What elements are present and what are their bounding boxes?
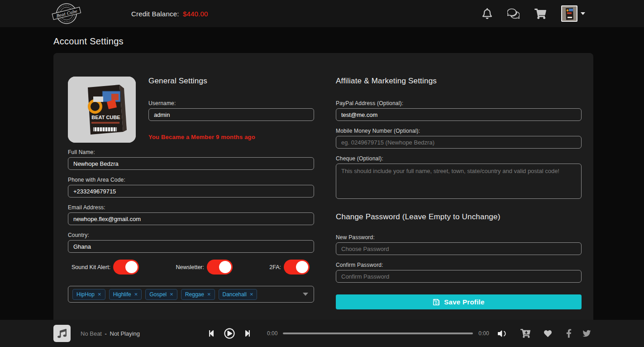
facebook-icon[interactable] [566,329,572,338]
elapsed-time: 0:00 [267,330,277,337]
new-password-input[interactable] [336,242,582,255]
2fa-label: 2FA: [269,264,281,270]
settings-card: BEAT CUBE General Settings Username: You… [53,53,593,324]
sound-kit-alert-toggle[interactable] [113,260,139,275]
genres-multiselect[interactable]: HipHop × Highlife × Gospel × Reggae × Da… [68,286,314,303]
confirm-password-input[interactable] [336,270,582,283]
genre-tag: HipHop × [72,289,105,300]
genre-tag: Dancehall × [219,289,258,300]
change-password-heading: Change Password (Leave Empty to Unchange… [336,212,582,222]
mobile-money-input[interactable] [336,136,582,149]
save-profile-button[interactable]: Save Profile [336,294,582,309]
affiliate-settings-heading: Affiliate & Marketing Settings [336,77,582,86]
genre-tag: Highlife × [109,289,142,300]
remove-genre-icon[interactable]: × [207,291,211,297]
user-avatar-menu[interactable] [561,5,585,22]
page-title: Account Settings [53,36,593,47]
remove-genre-icon[interactable]: × [134,291,138,297]
genres-dropdown-caret-icon[interactable] [303,293,308,296]
confirm-password-label: Confirm Password: [336,262,582,268]
general-settings-column: BEAT CUBE General Settings Username: You… [68,77,314,309]
cheque-textarea[interactable] [336,164,582,199]
music-note-icon [57,329,67,338]
full-name-input[interactable] [68,157,314,170]
profile-image[interactable]: BEAT CUBE [68,77,136,143]
phone-input[interactable] [68,185,314,198]
playback-controls [208,328,251,339]
track-separator: - [105,330,107,337]
messages-chat-icon[interactable] [507,8,520,19]
email-input[interactable] [68,212,314,225]
save-profile-label: Save Profile [444,298,484,306]
username-input[interactable] [148,108,314,121]
user-avatar[interactable] [561,5,577,22]
twitter-icon[interactable] [582,329,592,337]
new-password-label: New Password: [336,234,582,241]
newsletter-label: Newsletter: [176,264,204,270]
credit-balance: Credit Balance: $440.00 [131,10,208,18]
save-floppy-icon [433,299,440,306]
full-name-label: Full Name: [68,149,314,155]
track-title: No Beat [81,330,102,337]
cart-icon[interactable] [534,9,546,19]
notifications-bell-icon[interactable] [482,8,492,19]
genre-tag: Gospel × [145,289,177,300]
email-label: Email Address: [68,204,314,211]
beatcube-logo[interactable]: Beat Cube [51,2,82,25]
favorite-heart-icon[interactable] [544,330,552,337]
now-playing-text: No Beat - Not Playing [81,330,199,337]
paypal-label: PayPal Address (Optional): [336,100,582,106]
newsletter-toggle[interactable] [207,260,233,275]
avatar-caret-down-icon [581,12,585,15]
alert-toggles-row: Sound Kit Alert: Newsletter: 2FA: [68,260,314,275]
volume-icon[interactable] [498,329,507,338]
general-settings-heading: General Settings [148,77,314,86]
top-navbar: Beat Cube Credit Balance: $440.00 [0,0,644,27]
sound-kit-alert-label: Sound Kit Alert: [72,264,110,270]
credit-balance-label: Credit Balance: [131,10,179,18]
username-label: Username: [148,100,314,106]
paypal-input[interactable] [336,108,582,121]
track-status: Not Playing [110,330,140,337]
affiliate-settings-column: Affiliate & Marketing Settings PayPal Ad… [336,77,582,309]
svg-text:BEAT CUBE: BEAT CUBE [91,115,120,120]
audio-player-bar: No Beat - Not Playing 0:00 0:00 [0,320,644,347]
mobile-money-label: Mobile Money Number (Optional): [336,128,582,134]
country-input[interactable] [68,240,314,253]
credit-balance-amount: $440.00 [183,10,208,18]
remove-genre-icon[interactable]: × [98,291,101,297]
2fa-toggle[interactable] [284,260,310,275]
next-track-icon[interactable] [244,330,251,337]
remove-genre-icon[interactable]: × [170,291,173,297]
play-icon[interactable] [224,328,235,339]
genre-tag: Reggae × [181,289,215,300]
main-content: Account Settings BEAT CUBE [0,36,644,324]
cheque-label: Cheque (Optional): [336,155,582,162]
seek-bar[interactable] [283,333,473,334]
phone-label: Phone with Area Code: [68,177,314,183]
member-since-note: You Became a Member 9 months ago [148,134,314,140]
add-to-cart-icon[interactable] [520,329,530,338]
remove-genre-icon[interactable]: × [250,291,253,297]
track-thumbnail [53,325,71,342]
country-label: Country: [68,232,314,238]
previous-track-icon[interactable] [208,330,215,337]
total-time: 0:00 [478,330,489,337]
